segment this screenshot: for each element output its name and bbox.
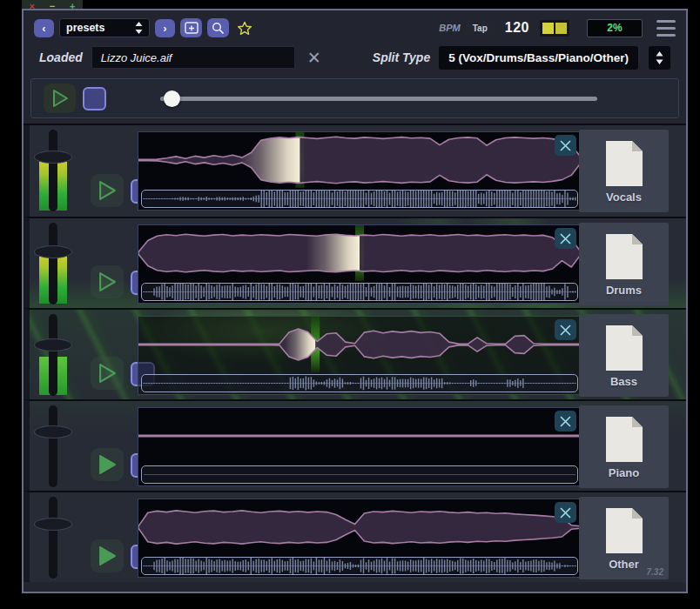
waveform-panel[interactable] — [138, 224, 582, 304]
play-icon — [98, 271, 118, 292]
remove-stem-button[interactable] — [555, 502, 576, 523]
stem-play-button[interactable] — [91, 174, 124, 207]
stem-row-other: Other 7.32 — [24, 491, 686, 582]
play-icon — [98, 545, 118, 566]
file-document-icon — [604, 232, 644, 281]
waveform-display[interactable] — [138, 408, 581, 464]
overview-waveform — [142, 558, 577, 574]
fader-knob[interactable] — [34, 518, 72, 531]
stem-row-drums: Drums — [24, 217, 686, 308]
stem-row-piano: Piano — [24, 399, 686, 491]
fader-knob[interactable] — [34, 425, 72, 438]
toolbar: ‹ presets › — [24, 10, 686, 40]
playback-position-slider[interactable] — [160, 90, 597, 108]
screen: × − + ‹ presets › — [0, 0, 700, 609]
waveform-overview-strip[interactable] — [141, 190, 578, 208]
play-icon — [98, 180, 118, 201]
stem-drag-tile[interactable]: Bass — [579, 314, 669, 397]
stem-drag-tile[interactable]: Vocals — [579, 130, 669, 212]
slider-track[interactable] — [160, 97, 597, 101]
tap-tempo-button[interactable]: Tap — [466, 20, 495, 36]
updown-arrows-icon — [135, 22, 143, 34]
beat-square-2 — [555, 23, 567, 34]
split-type-arrows[interactable] — [649, 46, 670, 70]
version-label: 7.32 — [647, 567, 663, 577]
transport-bar — [30, 78, 679, 118]
waveform-overview-strip[interactable] — [141, 557, 578, 575]
menu-button[interactable] — [656, 20, 676, 37]
waveform-panel[interactable] — [138, 131, 582, 211]
clear-file-icon[interactable]: ✕ — [307, 48, 321, 68]
menu-line — [656, 20, 676, 23]
file-document-icon — [604, 415, 644, 464]
waveform-panel[interactable] — [138, 499, 582, 578]
remove-stem-button[interactable] — [555, 228, 576, 249]
remove-stem-button[interactable] — [555, 319, 576, 340]
stem-play-button[interactable] — [91, 265, 124, 298]
close-icon — [559, 506, 572, 519]
close-icon — [559, 139, 572, 152]
split-type-label: Split Type — [373, 50, 430, 64]
loaded-filename-field[interactable]: Lizzo Juice.aif — [91, 46, 295, 69]
stem-volume-fader[interactable] — [37, 314, 70, 396]
master-play-button[interactable] — [44, 84, 76, 113]
waveform-panel[interactable] — [138, 316, 582, 395]
waveform-overview-strip[interactable] — [141, 374, 578, 392]
save-preset-button[interactable] — [180, 18, 202, 37]
waveform-display[interactable] — [138, 499, 581, 555]
menu-line — [656, 27, 676, 30]
preset-next-button[interactable]: › — [155, 19, 175, 37]
remove-stem-button[interactable] — [555, 411, 576, 432]
play-icon — [98, 454, 118, 475]
waveform-overview-strip[interactable] — [141, 465, 578, 484]
file-bar: Loaded Lizzo Juice.aif ✕ Split Type 5 (V… — [24, 40, 686, 75]
beat-square-1 — [542, 23, 554, 34]
waveform-display[interactable] — [138, 225, 581, 281]
favorite-button[interactable] — [234, 18, 255, 37]
beat-indicator — [540, 20, 569, 37]
fader-track — [49, 405, 57, 487]
stem-play-button[interactable] — [91, 448, 124, 481]
waveform-panel[interactable] — [138, 407, 582, 486]
file-document-icon — [604, 139, 644, 188]
stem-volume-fader[interactable] — [37, 130, 70, 211]
stem-drag-tile[interactable]: Drums — [579, 223, 669, 305]
preset-prev-button[interactable]: ‹ — [34, 19, 54, 37]
slider-handle[interactable] — [164, 90, 180, 107]
play-icon — [98, 363, 118, 384]
fader-knob[interactable] — [34, 245, 72, 258]
stem-play-button[interactable] — [91, 357, 124, 390]
overview-waveform — [142, 284, 577, 300]
updown-arrows-icon — [656, 51, 663, 64]
remove-stem-button[interactable] — [555, 135, 576, 156]
stem-play-button[interactable] — [91, 539, 124, 572]
stem-label: Drums — [606, 284, 642, 297]
file-document-icon — [604, 506, 644, 555]
fader-knob[interactable] — [34, 338, 72, 351]
overview-waveform — [142, 375, 577, 392]
stem-label: Vocals — [606, 191, 642, 204]
stem-volume-fader[interactable] — [37, 497, 70, 579]
star-icon — [237, 21, 252, 36]
stem-volume-fader[interactable] — [37, 223, 70, 304]
fader-track — [49, 130, 57, 211]
waveform-display[interactable] — [138, 132, 581, 188]
loaded-label: Loaded — [39, 50, 83, 64]
overview-waveform — [142, 466, 577, 483]
split-type-select[interactable]: 5 (Vox/Drums/Bass/Piano/Other) — [439, 46, 638, 70]
stems-container: Vocals — [24, 124, 686, 582]
stem-volume-fader[interactable] — [37, 405, 70, 487]
stem-drag-tile[interactable]: Piano — [579, 405, 669, 488]
close-icon — [559, 232, 572, 245]
stem-label: Piano — [609, 466, 639, 479]
folder-plus-icon — [185, 22, 199, 34]
overview-waveform — [142, 191, 577, 207]
plugin-window: ‹ presets › — [22, 9, 688, 593]
waveform-display[interactable] — [138, 317, 581, 372]
preset-combobox[interactable]: presets — [59, 18, 150, 37]
bpm-value[interactable]: 120 — [505, 20, 529, 36]
waveform-overview-strip[interactable] — [141, 283, 578, 301]
browse-presets-button[interactable] — [207, 18, 229, 37]
fader-knob[interactable] — [34, 151, 72, 164]
master-stop-button[interactable] — [83, 87, 106, 110]
